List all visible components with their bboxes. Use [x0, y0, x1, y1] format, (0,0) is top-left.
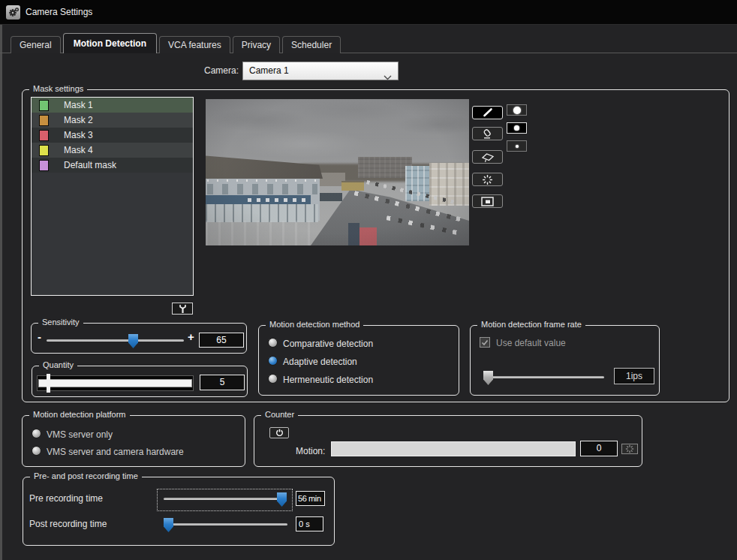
frame-rate-group: Motion detection frame rate Use default …	[470, 325, 660, 396]
burst-icon	[482, 174, 493, 185]
sensitivity-group: Sensitivity - + 65	[31, 323, 247, 354]
mask-list-item[interactable]: Mask 4	[32, 143, 193, 158]
picture-in-picture-icon	[481, 197, 494, 206]
counter-group: Counter Motion: 0	[254, 415, 642, 467]
motion-detection-method-group: Motion detection method Comparative dete…	[258, 325, 459, 396]
draw-tool-button[interactable]	[472, 106, 503, 119]
pen-icon	[482, 107, 494, 118]
quantity-slider[interactable]	[37, 375, 194, 391]
radio-hermeneutic-detection[interactable]	[268, 374, 278, 384]
tab-general[interactable]: General	[11, 36, 61, 53]
apply-image-tool-button[interactable]	[472, 194, 503, 208]
gear-icon	[6, 5, 20, 20]
motion-progress-bar	[331, 441, 576, 456]
radio-adaptive-detection[interactable]	[268, 356, 278, 366]
chevron-down-icon	[384, 69, 392, 86]
mask-color-swatch	[39, 145, 49, 156]
post-recording-slider-thumb[interactable]	[164, 518, 173, 532]
radio-label-vms-server-and-camera: VMS server and camera hardware	[47, 447, 184, 457]
radio-comparative-detection[interactable]	[268, 338, 278, 348]
quantity-slider-channel	[38, 379, 192, 387]
post-recording-slider-track[interactable]	[164, 523, 287, 525]
method-legend: Motion detection method	[266, 320, 363, 329]
sensitivity-slider-track[interactable]	[47, 339, 184, 342]
radio-label-comparative: Comparative detection	[283, 339, 373, 349]
mask-settings-group: Mask settings Mask 1 Mask 2 Mask 3 Mask …	[22, 89, 729, 402]
erase-tool-button[interactable]	[472, 127, 503, 140]
radio-label-vms-server-only: VMS server only	[47, 429, 113, 440]
camera-dropdown[interactable]: Camera 1	[242, 62, 399, 80]
window-title: Camera Settings	[26, 7, 92, 17]
eraser-icon	[481, 128, 494, 140]
use-default-value-checkbox[interactable]	[480, 337, 490, 348]
large-dot-icon	[513, 107, 521, 114]
mask-list-item[interactable]: Mask 2	[32, 113, 193, 128]
camera-preview-image[interactable]	[206, 99, 469, 245]
platform-group: Motion detection platform VMS server onl…	[22, 415, 245, 467]
sensitivity-slider-thumb[interactable]	[128, 334, 138, 348]
radio-label-hermeneutic: Hermeneutic detection	[283, 375, 373, 385]
counter-legend: Counter	[261, 410, 298, 419]
frame-rate-slider-thumb	[483, 371, 493, 385]
use-default-value-label: Use default value	[496, 338, 566, 348]
quantity-value: 5	[200, 375, 245, 390]
pre-recording-label: Pre recording time	[29, 493, 103, 504]
recording-time-group: Pre- and post recording time Pre recordi…	[23, 477, 335, 546]
radio-vms-server-only[interactable]	[32, 429, 41, 438]
invert-tool-button[interactable]	[472, 173, 503, 186]
medium-dot-icon	[514, 125, 519, 131]
brush-size-large-button[interactable]	[507, 104, 527, 116]
mask-list[interactable]: Mask 1 Mask 2 Mask 3 Mask 4 Default mask	[31, 97, 194, 296]
mask-list-item[interactable]: Mask 3	[32, 128, 193, 143]
title-bar: Camera Settings	[0, 0, 737, 25]
quantity-legend: Quantity	[39, 360, 77, 369]
tab-vca-features[interactable]: VCA features	[159, 36, 230, 53]
mask-color-swatch	[39, 115, 49, 126]
camera-dropdown-value: Camera 1	[249, 65, 289, 76]
quantity-slider-thumb[interactable]	[47, 374, 50, 393]
mask-list-item[interactable]: Mask 1	[32, 98, 193, 113]
pre-recording-focus-rect	[157, 489, 293, 511]
pre-recording-value: 56 min	[296, 491, 325, 506]
counter-value: 0	[580, 441, 618, 456]
recording-time-legend: Pre- and post recording time	[30, 471, 142, 480]
tab-motion-detection[interactable]: Motion Detection	[63, 33, 157, 53]
burst-icon	[625, 444, 634, 453]
window-left-edge	[0, 25, 2, 560]
mask-settings-legend: Mask settings	[29, 84, 87, 93]
tab-bar: General Motion Detection VCA features Pr…	[11, 33, 343, 53]
checkmark-icon	[481, 339, 489, 346]
brush-size-medium-button[interactable]	[507, 122, 527, 134]
mask-list-item[interactable]: Default mask	[32, 158, 193, 173]
brush-size-small-button[interactable]	[507, 140, 527, 152]
tab-scheduler[interactable]: Scheduler	[282, 36, 341, 53]
mask-label: Mask 4	[64, 145, 93, 155]
mask-label: Default mask	[64, 160, 116, 170]
photo-vignette	[206, 99, 469, 245]
small-dot-icon	[516, 145, 519, 148]
wrench-icon	[179, 304, 187, 314]
counter-power-button[interactable]	[269, 427, 289, 438]
mask-color-swatch	[39, 100, 49, 111]
camera-label: Camera:	[171, 65, 239, 76]
camera-settings-window: Camera Settings General Motion Detection…	[0, 0, 737, 560]
mask-label: Mask 1	[64, 100, 93, 110]
radio-label-adaptive: Adaptive detection	[283, 357, 357, 367]
mask-label: Mask 3	[64, 130, 93, 140]
mask-properties-button[interactable]	[172, 303, 193, 315]
tab-privacy[interactable]: Privacy	[233, 36, 280, 53]
clear-mask-tool-button[interactable]	[472, 150, 503, 164]
sensitivity-minus[interactable]: -	[38, 333, 41, 341]
motion-label: Motion:	[296, 446, 325, 456]
power-icon	[275, 429, 284, 437]
counter-reset-button[interactable]	[621, 444, 638, 454]
sensitivity-plus[interactable]: +	[188, 333, 194, 341]
mask-label: Mask 2	[64, 115, 93, 125]
pre-recording-slider-track[interactable]	[164, 498, 287, 500]
platform-legend: Motion detection platform	[29, 410, 130, 419]
mask-color-swatch	[39, 130, 49, 141]
post-recording-value: 0 s	[296, 516, 323, 531]
frame-rate-legend: Motion detection frame rate	[477, 320, 585, 329]
frame-rate-value: 1ips	[614, 368, 654, 384]
radio-vms-server-and-camera[interactable]	[32, 446, 41, 456]
